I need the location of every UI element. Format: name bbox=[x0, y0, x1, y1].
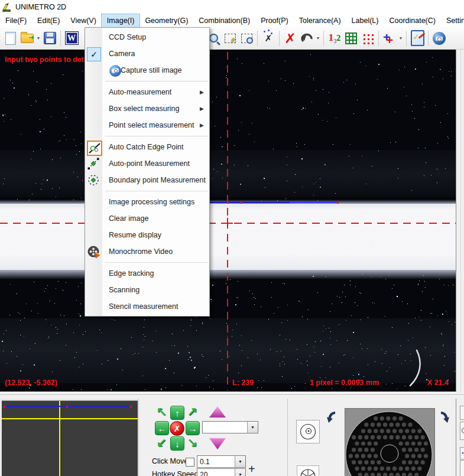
edge-point-marker bbox=[241, 201, 242, 204]
auto-catch-edge-icon bbox=[87, 141, 102, 156]
jog-down-button[interactable]: ↓ bbox=[170, 436, 184, 451]
menu-item-stencil-measurement[interactable]: Stencil measurement bbox=[85, 298, 209, 315]
dot-grid-button[interactable] bbox=[359, 30, 376, 47]
side-tool-button[interactable] bbox=[460, 447, 464, 459]
click-move-checkbox[interactable] bbox=[186, 458, 194, 467]
menu-item-boundary-point-measurement[interactable]: Boundary point Measurement bbox=[85, 172, 209, 188]
zoom-region-button[interactable] bbox=[238, 30, 255, 47]
jog-up-left-button[interactable]: ↖ bbox=[155, 406, 168, 419]
ring-light-icon bbox=[298, 422, 317, 441]
crosshair-center bbox=[222, 218, 233, 229]
jog-up-button[interactable]: ↑ bbox=[170, 406, 184, 420]
region-select-button[interactable] bbox=[222, 30, 238, 47]
jog-right-button[interactable]: → bbox=[186, 421, 200, 435]
horizontal-divider bbox=[0, 392, 464, 399]
jog-down-right-button[interactable]: ↘ bbox=[186, 436, 199, 449]
increase-button[interactable]: + bbox=[248, 462, 255, 476]
side-tool-button[interactable] bbox=[460, 422, 464, 440]
menu-item-label: Stencil measurement bbox=[109, 302, 178, 311]
menu-image[interactable]: Image(I) bbox=[102, 14, 140, 27]
led-ring-display[interactable] bbox=[345, 408, 435, 476]
new-document-button[interactable] bbox=[2, 30, 19, 47]
image-dropdown-menu: CCD Setup ✓ Camera Capture still image A… bbox=[85, 27, 210, 317]
select-region-icon bbox=[225, 34, 236, 43]
menu-item-monochrome-video[interactable]: Monochrome Video bbox=[85, 243, 209, 260]
menu-item-capture-still-image[interactable]: Capture still image bbox=[85, 62, 209, 79]
navigator-line-point bbox=[66, 406, 68, 407]
menu-tolerance[interactable]: Tolerance(A) bbox=[294, 14, 346, 27]
menu-settings[interactable]: Settings(S) bbox=[441, 14, 464, 27]
camera-viewport[interactable]: Input two points to determine a Regressi… bbox=[0, 50, 456, 392]
ring-light-button[interactable] bbox=[296, 420, 320, 444]
menu-item-auto-point-measurement[interactable]: Auto-point Measurement bbox=[85, 155, 209, 172]
menu-file[interactable]: File(F) bbox=[0, 14, 32, 27]
menu-label[interactable]: Label(L) bbox=[346, 14, 384, 27]
menu-geometry[interactable]: Geometry(G) bbox=[139, 14, 193, 27]
delete-all-button[interactable]: ✗ bbox=[282, 30, 298, 47]
rotate-cw-button[interactable] bbox=[439, 410, 450, 427]
click-move-step-dropdown[interactable]: ▼ bbox=[235, 456, 245, 467]
menu-item-auto-measurement[interactable]: Auto-measurement▶ bbox=[85, 84, 209, 100]
menu-view[interactable]: View(V) bbox=[65, 14, 102, 27]
menu-separator bbox=[105, 136, 208, 136]
menu-proof[interactable]: Proof(P) bbox=[255, 14, 294, 27]
menu-item-point-select-measurement[interactable]: Point select measurement▶ bbox=[85, 117, 209, 133]
menu-item-box-select-measuring[interactable]: Box select measuring▶ bbox=[85, 100, 209, 117]
speed-up-button[interactable] bbox=[209, 406, 226, 418]
undo-dropdown-arrow[interactable]: ▼ bbox=[315, 36, 321, 40]
menu-separator bbox=[105, 81, 208, 81]
toolbar-separator bbox=[60, 31, 61, 46]
hotkey-speed-value: 20 bbox=[197, 471, 235, 476]
toolbar-separator bbox=[279, 31, 280, 46]
jog-up-right-button[interactable]: ↗ bbox=[186, 406, 199, 419]
click-move-step-select[interactable]: 0.1 ▼ bbox=[197, 455, 246, 468]
menu-edit[interactable]: Edit(E) bbox=[32, 14, 65, 27]
menu-item-label: Capture still image bbox=[121, 66, 182, 74]
open-dropdown-arrow[interactable]: ▼ bbox=[35, 36, 41, 40]
stop-button[interactable]: ✗ bbox=[170, 421, 184, 436]
menu-item-camera[interactable]: ✓ Camera bbox=[85, 45, 209, 62]
navigator-line-endpoint bbox=[4, 406, 5, 407]
menu-item-label: Auto-point Measurement bbox=[109, 159, 190, 168]
film-reel-icon bbox=[87, 245, 101, 259]
menu-item-resume-display[interactable]: Resume display bbox=[85, 227, 209, 243]
menu-item-ccd-setup[interactable]: CCD Setup bbox=[85, 29, 209, 45]
menu-item-edge-tracking[interactable]: Edge tracking bbox=[85, 265, 209, 282]
menu-item-auto-catch-edge-point[interactable]: Auto Catch Edge Point bbox=[85, 139, 209, 155]
segment-light-button[interactable] bbox=[297, 465, 319, 476]
menu-item-image-processing-settings[interactable]: Image processing settings bbox=[85, 194, 209, 210]
side-tool-button[interactable] bbox=[460, 460, 464, 476]
side-tool-button[interactable] bbox=[460, 406, 464, 420]
speed-down-button[interactable] bbox=[209, 438, 226, 449]
word-report-button[interactable]: W bbox=[63, 30, 80, 47]
grid-button[interactable] bbox=[343, 30, 359, 47]
crosshair-button[interactable]: ++ bbox=[381, 30, 398, 47]
menu-combination[interactable]: Combination(B) bbox=[193, 14, 255, 27]
rotate-ccw-button[interactable] bbox=[326, 410, 337, 427]
jog-down-left-button[interactable]: ↙ bbox=[155, 436, 168, 449]
menu-coordinate[interactable]: Coordinate(C) bbox=[384, 14, 441, 27]
crosshair-dropdown-arrow[interactable]: ▼ bbox=[398, 36, 404, 40]
camera-icon bbox=[433, 32, 446, 45]
checked-checkbox-icon: ✓ bbox=[87, 47, 101, 61]
speed-select-dropdown[interactable]: ▼ bbox=[247, 422, 258, 433]
undo-icon bbox=[300, 33, 313, 44]
stage-overview-map[interactable] bbox=[2, 400, 138, 476]
undo-button[interactable] bbox=[298, 30, 315, 47]
hotkey-speed-label: Hotkey Speed bbox=[152, 470, 199, 476]
open-file-button[interactable] bbox=[19, 30, 35, 47]
toolbar-separator bbox=[406, 31, 407, 46]
menu-item-clear-image[interactable]: Clear image bbox=[85, 210, 209, 227]
hotkey-speed-select[interactable]: 20 ▼ bbox=[197, 468, 246, 476]
save-button[interactable] bbox=[41, 30, 58, 47]
jog-left-button[interactable]: ← bbox=[155, 421, 169, 435]
measure-report-button[interactable] bbox=[409, 30, 426, 47]
speed-select[interactable]: ▼ bbox=[202, 421, 258, 433]
hotkey-speed-dropdown[interactable]: ▼ bbox=[235, 469, 245, 476]
right-side-strip bbox=[456, 50, 464, 392]
point-labels-button[interactable]: 132 bbox=[326, 30, 343, 47]
delete-points-button[interactable]: ✗ bbox=[260, 30, 277, 47]
camera-capture-button[interactable] bbox=[431, 30, 447, 47]
app-icon bbox=[2, 2, 12, 12]
menu-item-scanning[interactable]: Scanning bbox=[85, 282, 209, 298]
